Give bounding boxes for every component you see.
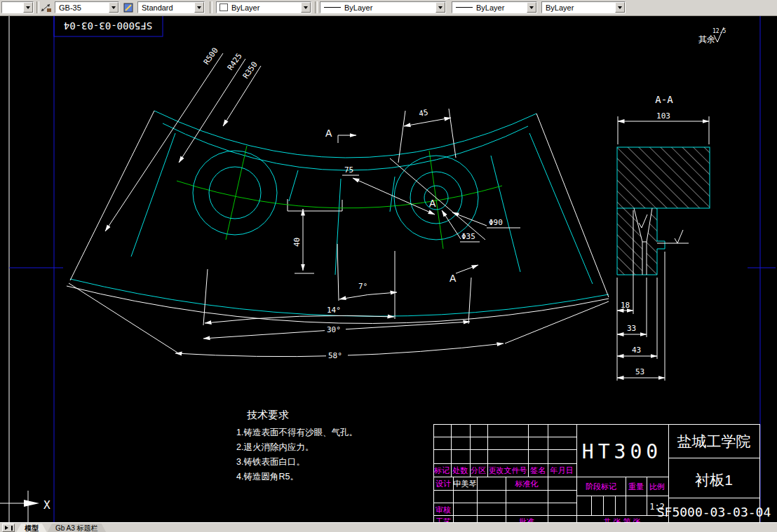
drawing-canvas[interactable]: SF5000-03-03-04 其余 12.5 [0,0,777,522]
text-style-combo[interactable]: Standard [137,1,205,13]
svg-text:批准: 批准 [519,517,534,522]
dim-7deg: 7° [358,282,367,291]
svg-text:重量: 重量 [628,482,644,491]
linetype-value: ByLayer [341,4,435,12]
cad-window: SF5000-03-03-04 其余 12.5 [0,0,777,532]
svg-text:阶段标记: 阶段标记 [586,482,616,491]
svg-text:A: A [450,273,457,284]
dim-30deg: 30° [327,325,341,334]
svg-text:18: 18 [621,301,630,310]
dim-dia90: Φ90 [489,218,503,227]
svg-text:签名: 签名 [530,466,546,475]
dim-dia35: Φ35 [461,232,475,241]
lineweight-combo-arrow[interactable] [527,2,536,13]
tab-model[interactable]: 模型 [16,524,47,532]
tab-nav-icon [11,526,13,531]
svg-text:工艺: 工艺 [435,517,451,522]
svg-text:审核: 审核 [435,505,451,514]
svg-text:HT300: HT300 [582,440,662,463]
lineweight-line-icon [456,7,473,8]
text-style-value: Standard [138,4,194,12]
layout-tab-bar: 模型 Gb A3 标题栏 [0,522,777,532]
svg-text:分区: 分区 [471,466,486,475]
color-value: ByLayer [228,4,301,12]
dim-style-icon[interactable] [39,1,53,13]
color-combo-arrow[interactable] [301,2,311,13]
svg-text:技术要求: 技术要求 [247,409,289,421]
svg-text:标准化: 标准化 [515,479,539,488]
svg-text:更改文件号: 更改文件号 [489,466,527,475]
svg-text:共 张 第 张: 共 张 第 张 [602,517,640,522]
inverted-title-text: SF5000-03-03-04 [64,20,152,32]
tab-nav-button[interactable] [2,524,15,532]
chevron-down-icon [304,6,308,11]
svg-text:2.退火消除内应力。: 2.退火消除内应力。 [236,442,313,452]
chevron-down-icon [197,6,201,11]
toolbar-separator [315,1,318,13]
chevron-down-icon [438,6,442,11]
plot-style-combo-arrow[interactable] [615,2,625,13]
svg-text:53: 53 [635,367,644,376]
svg-text:SF5000-03-03-04: SF5000-03-03-04 [657,505,771,519]
tab-layout[interactable]: Gb A3 标题栏 [47,524,107,532]
svg-text:3.铸铁表面白口。: 3.铸铁表面白口。 [236,457,305,467]
linetype-combo[interactable]: ByLayer [320,1,446,13]
toolbar-separator [210,1,212,13]
svg-text:衬板1: 衬板1 [694,472,733,488]
chevron-down-icon [26,6,30,11]
svg-text:其余: 其余 [698,34,715,44]
layer-combo-arrow[interactable] [23,2,33,13]
svg-text:X: X [43,498,50,512]
dim-40: 40 [292,238,302,247]
svg-text:33: 33 [627,324,636,333]
dim-style-combo-arrow[interactable] [109,2,119,13]
layer-combo[interactable] [1,1,34,13]
color-combo[interactable]: ByLayer [216,1,311,13]
svg-text:1.铸造表面不得有沙眼、气孔。: 1.铸造表面不得有沙眼、气孔。 [236,428,358,437]
dim-75: 75 [344,165,353,175]
svg-text:申美琴: 申美琴 [454,479,477,488]
svg-text:A: A [325,128,332,139]
text-style-combo-arrow[interactable] [194,2,204,13]
text-style-icon[interactable] [122,1,135,13]
linetype-line-icon [324,7,341,8]
tab-nav-icon [5,526,11,530]
lineweight-value: ByLayer [473,4,527,12]
svg-text:12.5: 12.5 [712,28,726,34]
svg-text:年月日: 年月日 [550,466,574,475]
dim-45: 45 [418,108,428,118]
object-properties-toolbar: GB-35 Standard ByLayer ByLayer ByLayer [0,0,777,16]
svg-text:A: A [429,198,436,209]
svg-text:A-A: A-A [655,94,673,105]
svg-text:比例: 比例 [649,482,665,491]
lineweight-combo[interactable]: ByLayer [452,1,537,13]
chevron-down-icon [529,6,534,11]
chevron-down-icon [112,6,116,11]
dim-style-value: GB-35 [55,4,109,12]
plot-style-combo[interactable]: ByLayer [541,1,626,13]
linetype-combo-arrow[interactable] [435,2,445,13]
dim-58deg: 58° [328,351,342,360]
svg-text:103: 103 [656,111,670,121]
chevron-down-icon [618,6,622,11]
svg-text:处数: 处数 [452,466,468,475]
plot-style-value: ByLayer [542,4,615,12]
dim-14deg: 14° [327,306,341,315]
color-swatch-icon [219,4,228,11]
dim-style-combo[interactable]: GB-35 [55,1,119,13]
svg-text:43: 43 [632,346,641,355]
svg-text:4.铸造圆角R5。: 4.铸造圆角R5。 [236,472,299,482]
svg-text:设计: 设计 [435,479,451,488]
svg-text:盐城工学院: 盐城工学院 [677,433,751,449]
svg-text:标记: 标记 [433,466,450,475]
